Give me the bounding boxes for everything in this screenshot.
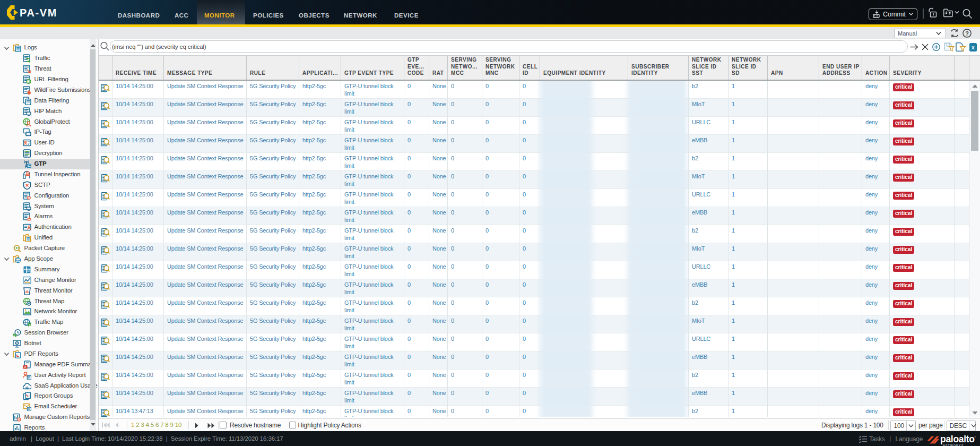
svg-text:A: A [24,365,27,368]
svg-text:x: x [972,44,975,50]
svg-text:?: ? [965,30,969,36]
